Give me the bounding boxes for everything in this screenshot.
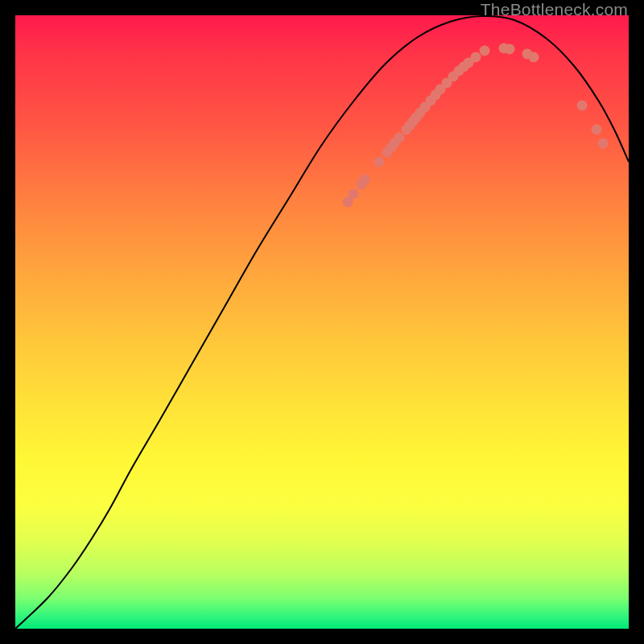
chart-frame [15,15,629,629]
curve-marker [471,52,481,63]
curve-marker [598,138,609,149]
curve-marker [374,157,385,167]
curve-marker [577,101,588,111]
curve-marker [529,52,539,63]
curve-marker [394,133,405,143]
curve-marker [505,44,515,55]
curve-marker [592,125,602,135]
curve-marker [349,189,359,200]
bottleneck-curve [15,16,629,629]
curve-marker [360,175,370,185]
curve-marker [480,46,490,56]
chart-svg [15,15,629,629]
